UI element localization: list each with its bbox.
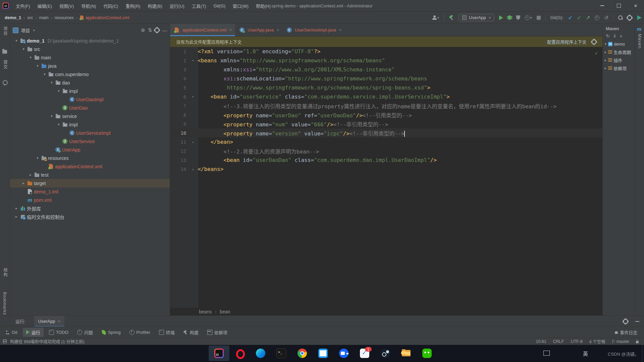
project-panel-title[interactable]: 项目 xyxy=(21,27,30,34)
menu-item[interactable]: 构建(B) xyxy=(144,0,166,11)
close-button[interactable]: ✕ xyxy=(627,0,644,11)
stop-button[interactable] xyxy=(537,16,541,20)
line-number[interactable]: 10 xyxy=(170,130,188,136)
taskbar-app-file-explorer[interactable] xyxy=(396,346,417,361)
code-line[interactable]: 4 xsi:schemaLocation="http://www.springf… xyxy=(170,74,602,83)
breadcrumb-item[interactable]: src xyxy=(27,15,33,20)
run-configuration-select[interactable]: UserApp ▾ xyxy=(459,14,494,21)
toolwindow-button-build[interactable]: 构建 xyxy=(180,328,202,337)
stripe-commit-tab[interactable]: 提交 xyxy=(2,60,8,69)
indent-setting[interactable]: 4 个空格 xyxy=(589,338,605,345)
toolwindow-button-event-log[interactable]: 事件日志 xyxy=(611,328,641,337)
menu-item[interactable]: 文件(F) xyxy=(12,0,34,11)
maven-item-row[interactable]: ▸生命周期 xyxy=(603,48,635,56)
maven-item-row[interactable]: ▸插件 xyxy=(603,56,635,64)
tree-row[interactable]: ▾src xyxy=(10,45,170,53)
tree-row[interactable]: ▸外部库 xyxy=(10,204,170,213)
fold-marker-icon[interactable]: ▾ xyxy=(188,59,198,62)
tree-row[interactable]: ▾demo_1D:\java\work\spring demo\demo_1 xyxy=(10,37,170,45)
editor-tab[interactable]: CUserServiceImpl.java× xyxy=(282,24,345,36)
ime-indicator[interactable]: 英 xyxy=(583,350,588,357)
tree-row[interactable]: ▸target xyxy=(10,179,170,187)
menu-item[interactable]: Git(G) xyxy=(210,0,229,11)
coverage-button[interactable] xyxy=(516,15,520,20)
notification-action-link[interactable]: 配置应用程序上下文 xyxy=(547,39,586,45)
run-tab[interactable]: UserApp × xyxy=(34,316,64,327)
taskbar-app-todo-app[interactable]: 1 xyxy=(354,346,375,361)
tab-close-icon[interactable]: × xyxy=(277,28,279,33)
code-line[interactable]: 6▾ <bean id="userService" class="com.sup… xyxy=(170,92,602,101)
stripe-bookmarks-tab[interactable]: Bookmarks xyxy=(2,292,7,315)
line-number[interactable]: 2 xyxy=(170,58,188,63)
folder-stripe-icon[interactable] xyxy=(2,50,7,54)
line-number[interactable]: 9 xyxy=(170,121,188,127)
code-line[interactable]: 3 xmlns:xsi="http://www.w3.org/2001/XMLS… xyxy=(170,65,602,74)
breadcrumb-item[interactable]: demo_1 xyxy=(5,15,21,20)
maven-download-icon[interactable]: ⇓ xyxy=(613,33,617,39)
fold-marker-icon[interactable]: ▴ xyxy=(188,167,198,171)
panel-settings-icon[interactable] xyxy=(155,28,159,33)
run-hide-icon[interactable] xyxy=(635,321,639,322)
taskbar-app-intellij-idea[interactable] xyxy=(209,346,229,361)
taskbar-app-wechat[interactable] xyxy=(417,346,437,361)
taskbar-app-chrome[interactable] xyxy=(292,346,313,361)
breadcrumb-beans[interactable]: beans xyxy=(199,309,212,314)
line-number[interactable]: 5 xyxy=(170,85,188,90)
menu-item[interactable]: 窗口(W) xyxy=(229,0,252,11)
code-editor[interactable]: 1<?xml version="1.0" encoding="UTF-8"?>2… xyxy=(170,47,602,308)
line-number[interactable]: 11 xyxy=(170,139,188,145)
line-number[interactable]: 14 xyxy=(170,167,188,172)
notification-gear-icon[interactable] xyxy=(592,40,596,44)
stripe-maven-tab[interactable]: Maven xyxy=(637,34,642,49)
line-ending[interactable]: CRLF xyxy=(553,339,564,344)
taskbar-window-icon[interactable] xyxy=(543,351,550,356)
tree-row[interactable]: ▾com.superdemo xyxy=(10,70,170,78)
git-commit-button[interactable]: ✓ xyxy=(577,15,581,21)
git-push-button[interactable]: ↗ xyxy=(586,15,590,21)
debug-button[interactable] xyxy=(508,15,512,20)
toolwindow-button-git[interactable]: Git xyxy=(2,328,21,336)
maximize-button[interactable] xyxy=(610,0,627,11)
toolwindow-button-profiler[interactable]: Profiler xyxy=(126,328,154,336)
tree-row[interactable]: IUserService xyxy=(10,137,170,145)
profiler-button[interactable]: ▾ xyxy=(525,15,532,20)
caret-position[interactable]: 10:61 xyxy=(536,339,546,344)
tree-row[interactable]: ▾impl xyxy=(10,87,170,95)
tree-row[interactable]: applicationContext.xml xyxy=(10,162,170,171)
taskbar-app-steam[interactable] xyxy=(375,346,396,361)
tree-row[interactable]: ▸test xyxy=(10,171,170,179)
toolwindow-button-deps[interactable]: 依赖项 xyxy=(204,328,231,337)
git-history-button[interactable] xyxy=(595,15,599,20)
code-line[interactable]: 8 <property name="userDao" ref="userDaoD… xyxy=(170,110,602,119)
tree-row[interactable]: CUserApp xyxy=(10,145,170,154)
code-line[interactable]: 2▾<beans xmlns="http://www.springframewo… xyxy=(170,56,602,65)
menu-item[interactable]: 帮助(H) xyxy=(252,0,274,11)
collapse-all-button[interactable]: ⇅ xyxy=(148,27,152,33)
toolwindow-button-todo[interactable]: TODO xyxy=(46,328,72,336)
git-branch-widget[interactable]: master xyxy=(612,339,629,344)
code-line[interactable]: 5 https://www.springframework.org/schema… xyxy=(170,83,602,92)
menu-item[interactable]: 编辑(E) xyxy=(34,0,56,11)
toolwindow-switcher-icon[interactable] xyxy=(3,340,7,343)
line-number[interactable]: 3 xyxy=(170,67,188,72)
lock-icon[interactable] xyxy=(636,341,639,343)
line-number[interactable]: 1 xyxy=(170,49,188,54)
inspection-ok-icon[interactable]: ✓ xyxy=(595,50,598,56)
menu-item[interactable]: 重构(R) xyxy=(122,0,144,11)
tree-row[interactable]: mpom.xml xyxy=(10,196,170,204)
toolwindow-button-terminal[interactable]: 终端 xyxy=(156,328,178,337)
settings-gear-icon[interactable] xyxy=(627,15,632,20)
plugin-colorful-icon[interactable] xyxy=(637,15,641,20)
code-line[interactable]: 7 <!--3.将要注入的引用类型的变量通过property属性进行注入，对应的… xyxy=(170,101,602,110)
maven-more-icon[interactable]: » xyxy=(620,33,623,39)
git-update-button[interactable]: ↙ xyxy=(568,15,573,21)
maven-item-row[interactable]: ▸依赖项 xyxy=(603,64,635,72)
tree-row[interactable]: ▸临时文件和控制台 xyxy=(10,213,170,221)
taskbar-app-quark-browser[interactable] xyxy=(188,346,209,361)
toolwindow-button-spring[interactable]: Spring xyxy=(98,328,124,336)
code-line[interactable]: 14▴</beans> xyxy=(170,165,602,174)
tree-row[interactable]: CUserDaoImpl xyxy=(10,95,170,104)
user-menu-button[interactable]: ▾ xyxy=(432,15,439,20)
search-everywhere-button[interactable] xyxy=(618,15,623,20)
tree-row[interactable]: ▾resources xyxy=(10,154,170,162)
